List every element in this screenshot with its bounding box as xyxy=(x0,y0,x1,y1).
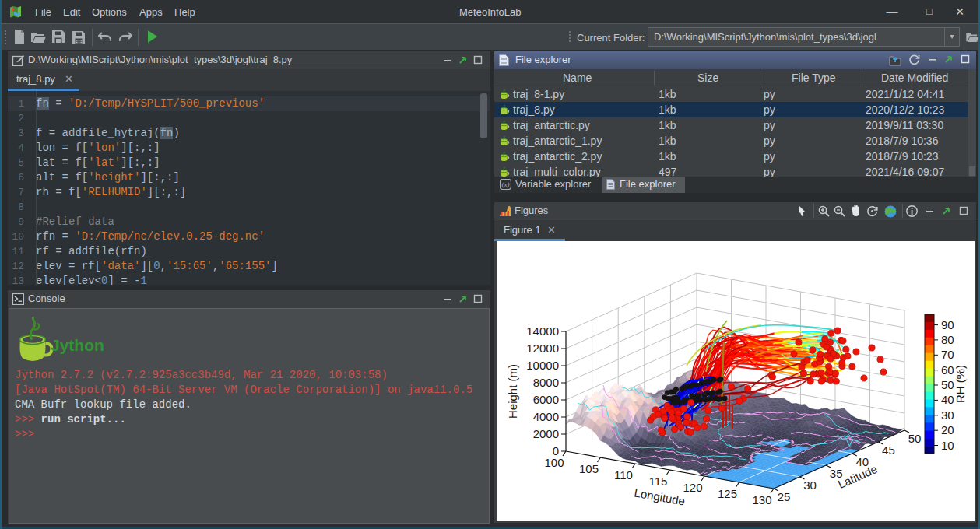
svg-text:10: 10 xyxy=(941,439,954,452)
svg-text:10000: 10000 xyxy=(526,359,559,372)
svg-text:115: 115 xyxy=(649,475,668,488)
svg-text:50: 50 xyxy=(908,432,922,445)
svg-text:(x): (x) xyxy=(502,180,510,188)
svg-text:4000: 4000 xyxy=(533,410,559,423)
svg-text:30: 30 xyxy=(941,408,954,422)
svg-text:130: 130 xyxy=(752,493,771,506)
svg-text:12000: 12000 xyxy=(526,342,559,355)
svg-text:Jython: Jython xyxy=(51,336,104,354)
svg-text:80: 80 xyxy=(941,333,954,346)
svg-text:2000: 2000 xyxy=(533,427,559,440)
svg-text:120: 120 xyxy=(683,481,702,494)
svg-text:105: 105 xyxy=(579,462,599,475)
svg-text:50: 50 xyxy=(941,378,954,391)
svg-text:6000: 6000 xyxy=(533,393,559,406)
svg-text:100: 100 xyxy=(544,456,564,469)
svg-text:125: 125 xyxy=(718,487,737,500)
svg-text:70: 70 xyxy=(941,348,954,361)
svg-text:RH (%): RH (%) xyxy=(954,365,967,403)
svg-text:60: 60 xyxy=(941,363,954,377)
svg-text:25: 25 xyxy=(778,490,791,503)
svg-text:14000: 14000 xyxy=(526,324,559,338)
svg-text:Height (m): Height (m) xyxy=(506,364,519,419)
svg-text:40: 40 xyxy=(941,393,954,406)
svg-text:30: 30 xyxy=(803,478,817,492)
svg-text:20: 20 xyxy=(941,423,954,436)
svg-text:90: 90 xyxy=(941,318,954,331)
svg-text:110: 110 xyxy=(614,468,633,482)
svg-text:45: 45 xyxy=(882,443,895,457)
svg-text:8000: 8000 xyxy=(533,376,559,389)
